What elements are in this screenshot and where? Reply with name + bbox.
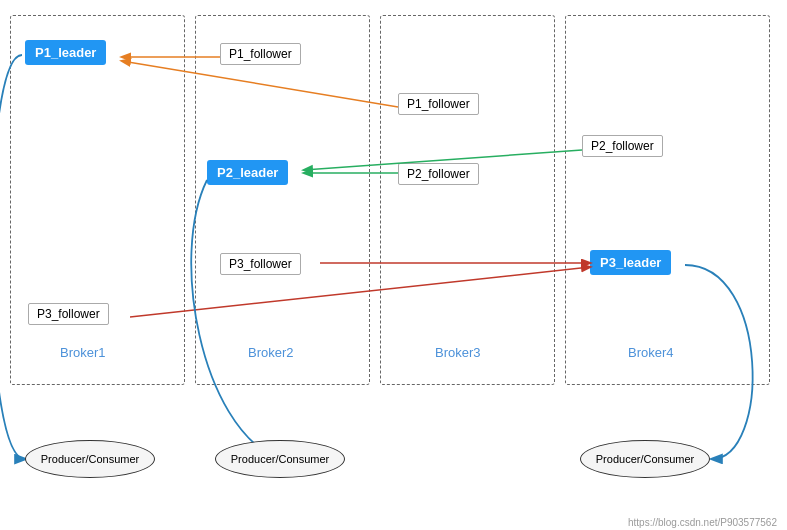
- broker2-box: [195, 15, 370, 385]
- p1-follower-b3: P1_follower: [398, 93, 479, 115]
- broker4-box: [565, 15, 770, 385]
- broker3-box: [380, 15, 555, 385]
- diagram-container: Broker1 Broker2 Broker3 Broker4 P1_leade…: [0, 5, 787, 495]
- p1-leader: P1_leader: [25, 40, 106, 65]
- p2-leader: P2_leader: [207, 160, 288, 185]
- p2-follower-b4: P2_follower: [582, 135, 663, 157]
- consumer2[interactable]: Producer/Consumer: [215, 440, 345, 478]
- p3-follower-b2: P3_follower: [220, 253, 301, 275]
- broker4-label: Broker4: [628, 345, 674, 360]
- broker2-label: Broker2: [248, 345, 294, 360]
- broker1-box: [10, 15, 185, 385]
- consumer3[interactable]: Producer/Consumer: [580, 440, 710, 478]
- broker1-label: Broker1: [60, 345, 106, 360]
- url-bar: https://blog.csdn.net/P903577562: [628, 517, 777, 528]
- consumer1[interactable]: Producer/Consumer: [25, 440, 155, 478]
- p3-leader: P3_leader: [590, 250, 671, 275]
- p3-follower-b1: P3_follower: [28, 303, 109, 325]
- p2-follower-b3: P2_follower: [398, 163, 479, 185]
- broker3-label: Broker3: [435, 345, 481, 360]
- p1-follower-b2: P1_follower: [220, 43, 301, 65]
